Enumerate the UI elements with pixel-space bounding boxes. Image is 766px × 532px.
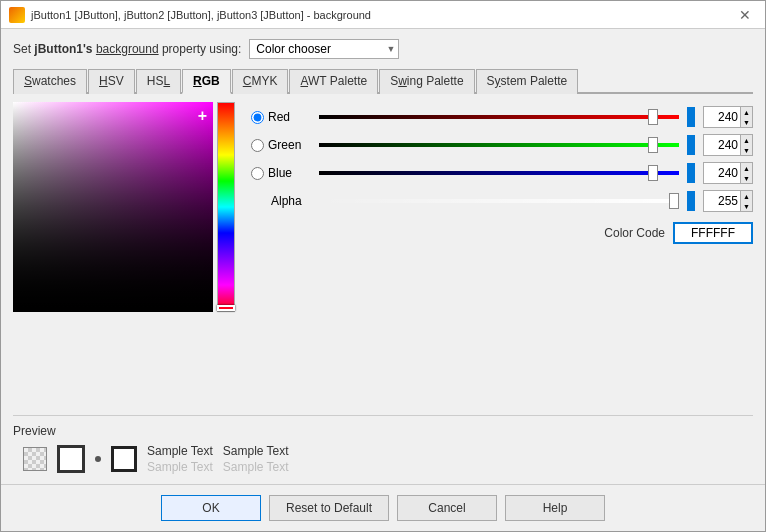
- blue-spinner-btns: ▲ ▼: [740, 163, 752, 183]
- blue-decrement[interactable]: ▼: [740, 173, 752, 183]
- green-row: Green 240 ▲ ▼: [251, 134, 753, 156]
- title-bar: jButton1 [JButton], jButton2 [JButton], …: [1, 1, 765, 29]
- hue-slider[interactable]: [217, 102, 235, 312]
- help-button[interactable]: Help: [505, 495, 605, 521]
- tab-cmyk[interactable]: CMYK: [232, 69, 289, 94]
- color-code-row: Color Code: [251, 222, 753, 244]
- alpha-slider[interactable]: [319, 199, 679, 203]
- red-value-input[interactable]: 240: [704, 107, 740, 127]
- red-slider[interactable]: [319, 115, 679, 119]
- red-spinner-btns: ▲ ▼: [740, 107, 752, 127]
- gradient-overlay: [13, 102, 213, 312]
- blue-spinner: 240 ▲ ▼: [703, 162, 753, 184]
- green-radio[interactable]: [251, 139, 264, 152]
- red-label: Red: [268, 110, 290, 124]
- green-label: Green: [268, 138, 301, 152]
- chooser-dropdown[interactable]: Color chooser Custom code: [249, 39, 399, 59]
- green-slider-marker: [687, 135, 695, 155]
- blue-row: Blue 240 ▲ ▼: [251, 162, 753, 184]
- alpha-row: Alpha 255 ▲ ▼: [251, 190, 753, 212]
- sample-text-1: Sample Text: [147, 444, 213, 458]
- tab-system[interactable]: System Palette: [476, 69, 579, 94]
- tab-bar: Swatches HSV HSL RGB CMYK AWT Palette Sw…: [13, 67, 753, 94]
- alpha-slider-marker: [687, 191, 695, 211]
- red-decrement[interactable]: ▼: [740, 117, 752, 127]
- color-picker-panel: +: [13, 102, 235, 407]
- red-row: Red 240 ▲ ▼: [251, 106, 753, 128]
- tab-hsv[interactable]: HSV: [88, 69, 135, 94]
- color-code-input[interactable]: [673, 222, 753, 244]
- preview-text-row-1: Sample Text Sample Text: [147, 444, 289, 458]
- preview-square-1: [57, 445, 85, 473]
- preview-content: Sample Text Sample Text Sample Text Samp…: [13, 444, 753, 474]
- green-decrement[interactable]: ▼: [740, 145, 752, 155]
- alpha-label: Alpha: [251, 194, 311, 208]
- color-gradient-canvas[interactable]: +: [13, 102, 213, 312]
- green-slider[interactable]: [319, 143, 679, 147]
- tab-rgb[interactable]: RGB: [182, 69, 231, 94]
- tab-swatches[interactable]: Swatches: [13, 69, 87, 94]
- alpha-increment[interactable]: ▲: [740, 191, 752, 201]
- red-spinner: 240 ▲ ▼: [703, 106, 753, 128]
- rgb-controls: Red 240 ▲ ▼ Gre: [251, 102, 753, 407]
- header-bold: jButton1's: [34, 42, 92, 56]
- sample-text-2: Sample Text: [223, 444, 289, 458]
- blue-slider[interactable]: [319, 171, 679, 175]
- red-slider-marker: [687, 107, 695, 127]
- blue-slider-marker: [687, 163, 695, 183]
- preview-checkered-bg: [23, 447, 47, 471]
- window-title: jButton1 [JButton], jButton2 [JButton], …: [31, 9, 371, 21]
- main-window: jButton1 [JButton], jButton2 [JButton], …: [0, 0, 766, 532]
- cancel-button[interactable]: Cancel: [397, 495, 497, 521]
- tab-awt[interactable]: AWT Palette: [289, 69, 378, 94]
- header-row: Set jButton1's background property using…: [13, 39, 753, 59]
- close-button[interactable]: ✕: [733, 5, 757, 25]
- header-label: Set jButton1's background property using…: [13, 42, 241, 56]
- red-increment[interactable]: ▲: [740, 107, 752, 117]
- chooser-dropdown-wrapper: Color chooser Custom code: [249, 39, 399, 59]
- blue-radio-label[interactable]: Blue: [251, 166, 311, 180]
- red-radio[interactable]: [251, 111, 264, 124]
- green-spinner-btns: ▲ ▼: [740, 135, 752, 155]
- green-value-input[interactable]: 240: [704, 135, 740, 155]
- blue-radio[interactable]: [251, 167, 264, 180]
- preview-texts: Sample Text Sample Text Sample Text Samp…: [147, 444, 289, 474]
- alpha-spinner-btns: ▲ ▼: [740, 191, 752, 211]
- blue-label: Blue: [268, 166, 292, 180]
- app-icon: [9, 7, 25, 23]
- hue-slider-container: [217, 102, 235, 312]
- footer: OK Reset to Default Cancel Help: [1, 484, 765, 531]
- alpha-value-input[interactable]: 255: [704, 191, 740, 211]
- header-underline: background: [96, 42, 159, 56]
- alpha-decrement[interactable]: ▼: [740, 201, 752, 211]
- blue-increment[interactable]: ▲: [740, 163, 752, 173]
- color-code-label: Color Code: [604, 226, 665, 240]
- title-bar-left: jButton1 [JButton], jButton2 [JButton], …: [9, 7, 371, 23]
- tab-hsl[interactable]: HSL: [136, 69, 181, 94]
- green-spinner: 240 ▲ ▼: [703, 134, 753, 156]
- preview-dot: [95, 456, 101, 462]
- preview-section: Preview Sample Text Sample Text Sample T…: [13, 415, 753, 474]
- preview-square-2: [111, 446, 137, 472]
- tab-swing[interactable]: Swing Palette: [379, 69, 474, 94]
- green-radio-label[interactable]: Green: [251, 138, 311, 152]
- preview-text-row-2: Sample Text Sample Text: [147, 460, 289, 474]
- sample-text-faded-1: Sample Text: [147, 460, 213, 474]
- main-area: + Red 240: [13, 102, 753, 407]
- alpha-spinner: 255 ▲ ▼: [703, 190, 753, 212]
- reset-button[interactable]: Reset to Default: [269, 495, 389, 521]
- red-radio-label[interactable]: Red: [251, 110, 311, 124]
- content-area: Set jButton1's background property using…: [1, 29, 765, 484]
- sample-text-faded-2: Sample Text: [223, 460, 289, 474]
- ok-button[interactable]: OK: [161, 495, 261, 521]
- green-increment[interactable]: ▲: [740, 135, 752, 145]
- blue-value-input[interactable]: 240: [704, 163, 740, 183]
- preview-title: Preview: [13, 424, 753, 438]
